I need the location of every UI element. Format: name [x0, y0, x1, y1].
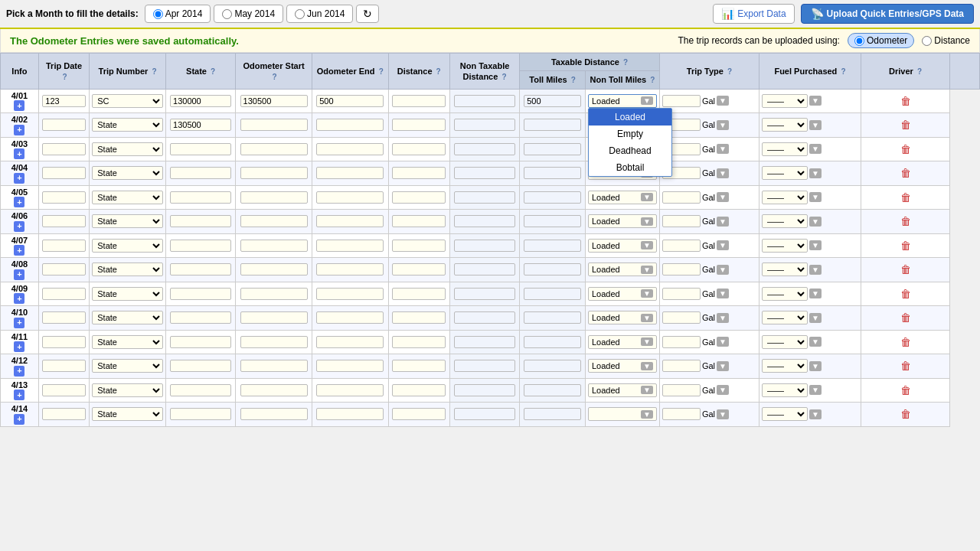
distance-input[interactable]	[316, 263, 384, 276]
help-state[interactable]: ?	[211, 67, 215, 76]
trip-number-input[interactable]	[42, 215, 85, 227]
trip-type-select[interactable]: Loaded▼	[588, 287, 657, 301]
odo-start-input[interactable]	[170, 167, 231, 179]
odo-start-input[interactable]	[170, 143, 231, 155]
state-select[interactable]: StateALARAZCACOCTDEFLGAIAIDILINKSKYLAMAM…	[92, 407, 163, 421]
state-select[interactable]: StateALARAZCACOCTDEFLGAIAIDILINKSKYLAMAM…	[92, 166, 163, 180]
fuel-unit-select[interactable]: ▼	[717, 313, 729, 323]
driver-select-arrow[interactable]: ▼	[809, 337, 822, 347]
state-select[interactable]: StateALARAZCACOCTDEFLGAIAIDILINKSKYLAMAM…	[92, 287, 163, 301]
toll-miles-input[interactable]	[454, 240, 515, 252]
trip-number-input[interactable]	[42, 384, 85, 396]
fuel-unit-select[interactable]: ▼	[717, 361, 729, 371]
non-toll-miles-input[interactable]	[524, 263, 581, 276]
driver-select-arrow[interactable]: ▼	[809, 240, 822, 250]
state-select[interactable]: StateALARAZCACOCTDEFLGAIAIDILINKSKYLAMAM…	[92, 239, 163, 253]
driver-select-arrow[interactable]: ▼	[809, 217, 822, 227]
driver-select-arrow[interactable]: ▼	[809, 120, 822, 130]
delete-row-button[interactable]: 🗑	[900, 336, 911, 348]
distance-input[interactable]	[316, 215, 384, 227]
non-taxable-input[interactable]	[392, 167, 446, 179]
trip-number-input[interactable]	[42, 119, 85, 131]
refresh-button[interactable]: ↻	[356, 5, 379, 23]
driver-select-arrow[interactable]: ▼	[809, 289, 822, 298]
help-non-taxable[interactable]: ?	[501, 73, 506, 81]
driver-select[interactable]: ——	[762, 383, 808, 397]
help-toll[interactable]: ?	[571, 76, 576, 84]
non-toll-miles-input[interactable]	[524, 336, 581, 348]
help-taxable[interactable]: ?	[623, 58, 628, 67]
state-select[interactable]: StateALARAZCACOCTDEFLGAIAIDILINKSKYLAMAM…	[92, 191, 163, 204]
fuel-input[interactable]	[662, 311, 701, 324]
non-toll-miles-input[interactable]	[524, 311, 581, 324]
driver-select[interactable]: ——	[762, 359, 808, 373]
non-taxable-input[interactable]	[392, 311, 446, 324]
non-toll-miles-input[interactable]	[524, 191, 581, 204]
trip-type-select-empty[interactable]: ▼	[588, 407, 657, 421]
driver-select-arrow[interactable]: ▼	[809, 409, 822, 419]
fuel-input[interactable]	[662, 336, 701, 348]
trip-type-display[interactable]: Loaded▼	[588, 94, 657, 108]
fuel-unit-select[interactable]: ▼	[717, 240, 729, 250]
toll-miles-input[interactable]	[454, 191, 515, 204]
fuel-unit-select[interactable]: ▼	[717, 217, 729, 227]
add-trip-button[interactable]: +	[14, 341, 24, 352]
non-taxable-input[interactable]	[392, 384, 446, 396]
fuel-unit-select[interactable]: ▼	[717, 120, 729, 130]
non-toll-miles-input[interactable]	[524, 215, 581, 227]
trip-number-input[interactable]	[42, 263, 85, 276]
toll-miles-input[interactable]	[454, 288, 515, 300]
fuel-input[interactable]	[662, 215, 701, 227]
non-toll-miles-input[interactable]	[524, 167, 581, 179]
non-toll-miles-input[interactable]	[524, 288, 581, 300]
trip-number-input[interactable]	[42, 95, 85, 107]
toll-miles-input[interactable]	[454, 384, 515, 396]
add-trip-button[interactable]: +	[14, 245, 24, 256]
distance-input[interactable]	[316, 95, 384, 107]
add-trip-button[interactable]: +	[14, 148, 24, 159]
fuel-input[interactable]	[662, 288, 701, 300]
driver-select[interactable]: ——	[762, 287, 808, 301]
fuel-unit-select[interactable]: ▼	[717, 192, 729, 202]
driver-select[interactable]: ——	[762, 335, 808, 349]
delete-row-button[interactable]: 🗑	[900, 215, 911, 227]
odo-end-input[interactable]	[240, 191, 308, 204]
driver-select-arrow[interactable]: ▼	[809, 313, 822, 323]
trip-number-input[interactable]	[42, 167, 85, 179]
toll-miles-input[interactable]	[454, 263, 515, 276]
odo-end-input[interactable]	[240, 311, 308, 324]
odo-start-input[interactable]	[170, 288, 231, 300]
add-trip-button[interactable]: +	[14, 318, 24, 328]
non-toll-miles-input[interactable]	[524, 360, 581, 372]
toll-miles-input[interactable]	[454, 336, 515, 348]
driver-select[interactable]: ——	[762, 118, 808, 132]
trip-type-select[interactable]: Loaded▼	[588, 359, 657, 373]
non-toll-miles-input[interactable]	[524, 240, 581, 252]
fuel-unit-select[interactable]: ▼	[717, 337, 729, 347]
toll-miles-input[interactable]	[454, 143, 515, 155]
distance-input[interactable]	[316, 360, 384, 372]
state-select[interactable]: SCALARAZCACOCTDEFLGAIAIDILINKSKYLAMAMDME…	[92, 94, 163, 108]
delete-row-button[interactable]: 🗑	[900, 143, 911, 155]
fuel-input[interactable]	[662, 191, 701, 204]
odometer-option[interactable]: Odometer	[848, 33, 914, 48]
odo-end-input[interactable]	[240, 119, 308, 131]
fuel-unit-select[interactable]: ▼	[717, 96, 729, 106]
toll-miles-input[interactable]	[454, 95, 515, 107]
delete-row-button[interactable]: 🗑	[900, 288, 911, 300]
fuel-input[interactable]	[662, 384, 701, 396]
toll-miles-input[interactable]	[454, 119, 515, 131]
delete-row-button[interactable]: 🗑	[900, 95, 911, 107]
state-select[interactable]: StateALARAZCACOCTDEFLGAIAIDILINKSKYLAMAM…	[92, 383, 163, 397]
trip-type-select[interactable]: Loaded▼	[588, 262, 657, 276]
trip-number-input[interactable]	[42, 360, 85, 372]
odo-end-input[interactable]	[240, 95, 308, 107]
odo-end-input[interactable]	[240, 288, 308, 300]
help-trip-type[interactable]: ?	[727, 67, 732, 76]
driver-select[interactable]: ——	[762, 166, 808, 180]
add-trip-button[interactable]: +	[14, 125, 24, 135]
odo-start-input[interactable]	[170, 263, 231, 276]
state-select[interactable]: StateALARAZCACOCTDEFLGAIAIDILINKSKYLAMAM…	[92, 311, 163, 324]
trip-number-input[interactable]	[42, 191, 85, 204]
add-trip-button[interactable]: +	[14, 269, 24, 280]
